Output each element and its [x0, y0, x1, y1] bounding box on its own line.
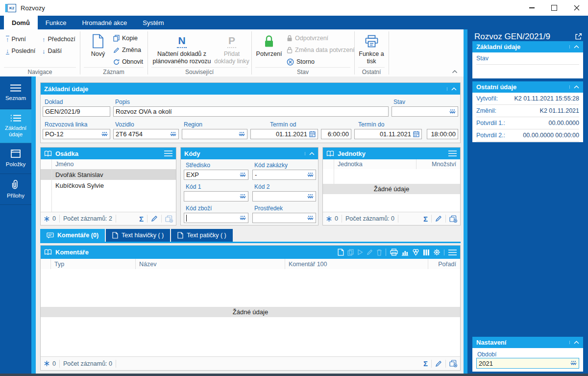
dropdown-icon[interactable] [101, 132, 108, 137]
collapse-card-button[interactable] [569, 341, 579, 344]
sidebar-item-seznam[interactable]: Seznam [0, 76, 31, 109]
sidebar-item-zakladni-udaje[interactable]: Základní údaje [0, 109, 31, 143]
kod-zbozi-combo[interactable] [184, 213, 248, 223]
table-row[interactable]: Dvořák Stanislav [41, 169, 176, 180]
collapse-ribbon-button[interactable] [452, 70, 458, 74]
termin-od-date-field[interactable]: 01.11.2021 [250, 129, 318, 139]
kod2-combo[interactable] [252, 191, 316, 201]
sum-button[interactable]: Σ [423, 215, 428, 223]
dropdown-icon[interactable] [240, 194, 246, 199]
settings-gear-icon[interactable] [433, 249, 441, 256]
tab-hromadne-akce[interactable]: Hromadné akce [74, 16, 135, 29]
collapse-panel-button[interactable] [305, 152, 315, 155]
column-header-nazev[interactable]: Název [139, 261, 289, 268]
collapse-card-button[interactable] [569, 85, 579, 89]
open-in-window-button[interactable] [575, 33, 582, 40]
panel-jednotky: Jednotky Jednotka Množství Žádné údaje 0… [322, 147, 461, 226]
collapse-panel-button[interactable] [447, 87, 457, 91]
tab-funkce[interactable]: Funkce [38, 16, 74, 29]
column-header-jednotka[interactable]: Jednotka [323, 161, 432, 168]
add-line-docs-button[interactable]: P Přidat doklady linky [214, 32, 249, 65]
tab-text-paticky[interactable]: Text patičky ( ) [171, 229, 233, 242]
minimize-button[interactable] [520, 0, 543, 16]
chart-icon[interactable] [401, 249, 409, 256]
panel-menu-icon[interactable] [448, 250, 457, 255]
column-header-mnozstvi[interactable]: Množství [432, 161, 460, 168]
dropdown-icon[interactable] [240, 216, 246, 221]
dropdown-icon[interactable] [307, 194, 314, 199]
kod1-combo[interactable] [184, 191, 248, 201]
copy-add-button[interactable] [165, 215, 173, 223]
dropdown-icon[interactable] [239, 132, 245, 137]
edit-button[interactable] [151, 215, 158, 222]
stav-combo[interactable] [392, 106, 458, 117]
change-confirm-date-button[interactable]: Změna data potvrzení [287, 45, 355, 55]
copy-add-button[interactable] [449, 215, 457, 223]
dropdown-icon[interactable] [240, 173, 246, 177]
confirm-button[interactable]: Potvrzení [254, 32, 284, 58]
termin-do-date-field[interactable]: 01.11.2021 [354, 129, 422, 139]
obdobi-combo[interactable]: 2021 [476, 358, 579, 369]
termin-do-time-field[interactable]: 18:00:00 [427, 129, 458, 139]
dropdown-icon[interactable] [570, 361, 577, 366]
dropdown-icon[interactable] [307, 173, 314, 177]
calendar-icon[interactable] [413, 131, 419, 137]
sum-button[interactable]: Σ [423, 359, 428, 368]
edit-button[interactable] [435, 215, 442, 222]
previous-button[interactable]: ↑Předchozí [42, 34, 75, 44]
copy-add-button[interactable] [449, 360, 457, 367]
tab-komentare[interactable]: Komentáře (0) [40, 229, 105, 242]
collapse-card-button[interactable] [569, 45, 579, 49]
columns-icon[interactable] [423, 249, 430, 256]
dropdown-icon[interactable] [449, 109, 456, 114]
calendar-icon[interactable] [309, 131, 316, 137]
tab-text-hlavicky[interactable]: Text hlavičky ( ) [106, 229, 170, 242]
table-row[interactable]: Kubíčková Sylvie [41, 180, 176, 191]
refresh-button[interactable]: Obnovit [113, 57, 143, 67]
stredisko-combo[interactable]: EXP [184, 170, 248, 180]
copy-icon[interactable] [347, 249, 354, 256]
column-header-komentar[interactable]: Komentář 100 [289, 261, 432, 268]
panel-menu-icon[interactable] [448, 150, 457, 156]
close-button[interactable] [565, 0, 588, 16]
termin-od-time-field[interactable]: 6:00:00 [321, 129, 351, 139]
first-button[interactable]: ↑První [6, 34, 26, 44]
tab-system[interactable]: Systém [135, 16, 172, 29]
functions-print-button[interactable]: Funkce a tisk [356, 32, 387, 65]
kod-zakazky-combo[interactable]: - [252, 170, 316, 180]
tab-domu[interactable]: Domů [4, 16, 38, 29]
new-document-icon[interactable] [338, 249, 344, 256]
column-header-jmeno[interactable]: Jméno [41, 161, 74, 168]
linka-combo[interactable]: PO-12 [43, 129, 110, 139]
obdobi-label: Období [477, 351, 496, 358]
next-button[interactable]: ↓Další [42, 46, 62, 56]
new-button[interactable]: Nový [86, 32, 110, 58]
edit-button[interactable]: Změna [113, 45, 141, 55]
copy-button[interactable]: Kopie [113, 33, 138, 43]
run-icon[interactable] [357, 249, 363, 255]
unconfirm-button[interactable]: Odpotvrzení [287, 33, 328, 43]
column-header-typ[interactable]: Typ [54, 261, 139, 268]
edit-button[interactable] [435, 360, 442, 367]
doklad-field[interactable]: GEN/2021/9 [43, 106, 110, 117]
popis-field[interactable]: Rozvoz OVA a okolí [113, 106, 389, 117]
sidebar-item-polozky[interactable]: Položky [0, 143, 31, 174]
prostredek-combo[interactable] [252, 213, 316, 223]
delete-icon[interactable] [376, 249, 382, 256]
pivot-clover-icon[interactable] [412, 249, 419, 256]
sum-button[interactable]: Σ [139, 215, 144, 223]
panel-menu-icon[interactable] [164, 150, 172, 156]
dropdown-icon[interactable] [170, 132, 176, 137]
last-button[interactable]: ↓Poslední [6, 46, 35, 56]
dropdown-icon[interactable] [307, 216, 314, 221]
print-icon[interactable] [390, 249, 398, 256]
sidebar-item-prilohy[interactable]: Přílohy [0, 174, 31, 205]
load-planned-delivery-docs-button[interactable]: N Načtení dokladů z plánovaného rozvozu [150, 32, 213, 65]
maximize-button[interactable] [543, 0, 565, 16]
region-combo[interactable] [182, 129, 247, 139]
ribbon-group-zaznam: Nový Kopie Změna Obnovit Záznam [80, 29, 147, 76]
vozidlo-combo[interactable]: 2T6 4754 [113, 129, 179, 139]
storno-button[interactable]: Storno [287, 57, 315, 67]
pencil-icon[interactable] [367, 249, 373, 255]
column-header-poradi[interactable]: Pořadí [432, 261, 460, 268]
